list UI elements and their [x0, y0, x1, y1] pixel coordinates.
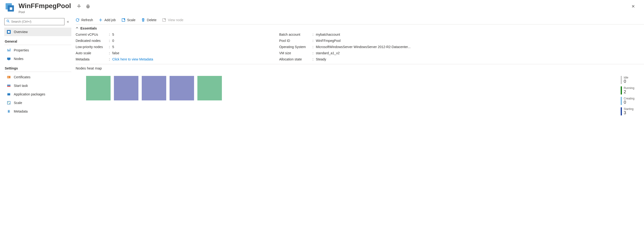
legend-color-creating [621, 97, 622, 105]
refresh-button[interactable]: Refresh [76, 18, 93, 22]
sidebar-item-label: Certificates [14, 75, 30, 79]
ess-val-lowpriority: 5 [112, 45, 114, 49]
ess-label: Allocation state [279, 57, 312, 61]
ess-val-dedicated: 0 [112, 39, 114, 43]
legend-creating: Creating 0 [621, 97, 634, 105]
sidebar-item-overview[interactable]: Overview [4, 28, 71, 36]
nodes-icon [7, 57, 11, 61]
sidebar-item-label: Application packages [14, 92, 45, 96]
legend-label: Creating [624, 97, 634, 100]
metadata-icon [7, 109, 11, 114]
legend-label: Running [624, 86, 634, 90]
sidebar: « Overview General Properties Nodes [0, 14, 71, 116]
sidebar-section-general: General [4, 36, 71, 45]
ess-label: VM size [279, 51, 312, 55]
ess-label: Batch account [279, 33, 312, 36]
delete-button[interactable]: Delete [141, 18, 156, 22]
ess-label: Low-priority nodes [76, 45, 109, 49]
heatmap-tiles [76, 76, 222, 115]
legend-count: 3 [624, 111, 634, 115]
ess-label: Pool ID [279, 39, 312, 43]
collapse-sidebar-icon[interactable]: « [67, 20, 71, 24]
essentials-title: Essentials [80, 27, 97, 30]
page-subtitle: Pool [18, 10, 71, 14]
start-task-icon [7, 84, 11, 88]
legend-color-idle [621, 76, 622, 84]
sidebar-section-settings: Settings [4, 63, 71, 72]
legend-running: Running 2 [621, 86, 634, 94]
add-job-button[interactable]: Add job [99, 18, 116, 22]
sidebar-item-metadata[interactable]: Metadata [4, 107, 71, 116]
essentials-toggle[interactable]: Essentials [76, 25, 644, 32]
heatmap-node-starting[interactable] [142, 76, 166, 100]
properties-icon [7, 48, 11, 52]
svg-point-6 [7, 20, 9, 22]
sidebar-item-scale[interactable]: Scale [4, 99, 71, 107]
sidebar-item-label: Scale [14, 101, 22, 105]
pool-icon [5, 3, 15, 12]
heatmap-legend: Idle 0 Running 2 Creat [621, 76, 644, 115]
ess-label: Metadata [76, 57, 109, 61]
pin-icon[interactable] [77, 4, 82, 9]
svg-rect-22 [163, 19, 166, 22]
svg-rect-10 [8, 50, 9, 51]
ess-val-autoscale: false [112, 51, 120, 55]
search-icon [6, 20, 10, 24]
svg-rect-19 [7, 93, 10, 94]
heatmap-node-running[interactable] [86, 76, 110, 100]
certificates-icon [7, 75, 11, 79]
sidebar-item-start-task[interactable]: Start task [4, 81, 71, 90]
heatmap-node-running[interactable] [198, 76, 222, 100]
svg-rect-20 [7, 101, 10, 104]
metadata-link[interactable]: Click here to view Metadata [112, 57, 153, 61]
sidebar-item-label: Metadata [14, 109, 28, 113]
toolbar-label: Add job [104, 18, 116, 22]
legend-count: 0 [624, 100, 634, 104]
svg-point-15 [8, 77, 8, 78]
delete-icon [141, 18, 145, 22]
ess-val-alloc: Steady [316, 57, 326, 61]
view-node-button: View node [162, 18, 183, 22]
chevron-up-icon [76, 27, 78, 30]
svg-rect-8 [8, 31, 10, 33]
refresh-icon [76, 18, 80, 22]
heatmap-node-starting[interactable] [170, 76, 194, 100]
ess-label: Auto scale [76, 51, 109, 55]
toolbar-label: View node [168, 18, 183, 22]
legend-label: Starting [624, 107, 634, 111]
print-icon[interactable] [86, 4, 90, 9]
close-icon[interactable]: ✕ [632, 3, 639, 9]
scale-action-icon [122, 18, 125, 22]
sidebar-item-label: Overview [14, 30, 28, 34]
search-box[interactable] [4, 18, 64, 25]
ess-label: Operating System [279, 45, 312, 49]
search-input[interactable] [11, 20, 62, 23]
sidebar-item-application-packages[interactable]: Application packages [4, 90, 71, 99]
svg-rect-21 [122, 19, 125, 22]
svg-rect-16 [7, 85, 10, 86]
heatmap-node-starting[interactable] [114, 76, 138, 100]
view-node-icon [162, 18, 166, 22]
sidebar-item-properties[interactable]: Properties [4, 46, 71, 55]
ess-val-os: MicrosoftWindowsServer WindowsServer 201… [316, 45, 410, 49]
sidebar-item-label: Nodes [14, 57, 23, 61]
toolbar: Refresh Add job Scale [76, 18, 644, 24]
ess-label: Dedicated nodes [76, 39, 109, 43]
sidebar-item-certificates[interactable]: Certificates [4, 73, 71, 81]
legend-color-starting [621, 107, 622, 115]
legend-color-running [621, 86, 622, 94]
sidebar-item-label: Properties [14, 48, 29, 52]
sidebar-item-nodes[interactable]: Nodes [4, 55, 71, 63]
heatmap-title: Nodes heat map [76, 64, 644, 76]
ess-val-vmsize: standard_a1_v2 [316, 51, 340, 55]
toolbar-label: Refresh [81, 18, 93, 22]
app-packages-icon [7, 92, 11, 96]
legend-idle: Idle 0 [621, 76, 634, 84]
toolbar-label: Delete [147, 18, 156, 22]
legend-starting: Starting 3 [621, 107, 634, 115]
toolbar-label: Scale [127, 18, 136, 22]
svg-rect-12 [7, 58, 10, 60]
scale-button[interactable]: Scale [122, 18, 136, 22]
legend-count: 0 [624, 79, 628, 84]
sidebar-item-label: Start task [14, 84, 28, 88]
